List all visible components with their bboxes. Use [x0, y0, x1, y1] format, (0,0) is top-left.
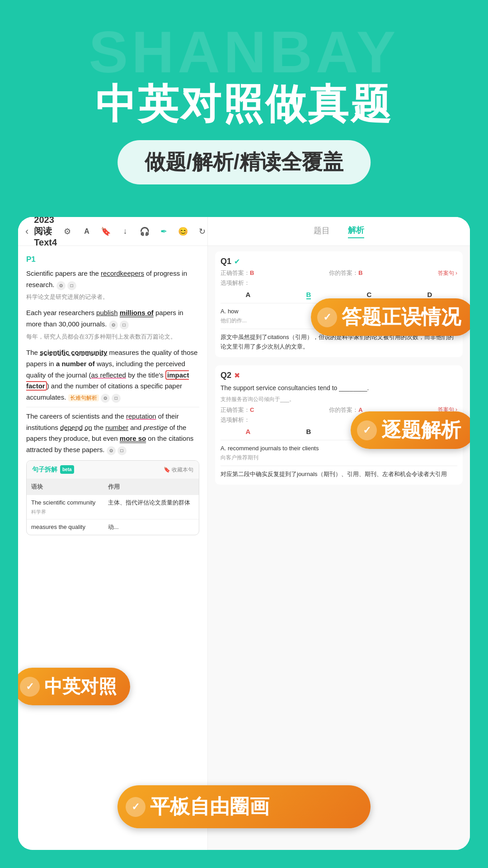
q2-opt-a-label: A [246, 428, 251, 435]
bookmark-icon[interactable]: 🔖 [99, 224, 113, 239]
q1-status-icon: ✔ [234, 257, 240, 266]
tab-question[interactable]: 题目 [314, 225, 330, 238]
para-icon-3b[interactable]: □ [112, 394, 121, 403]
para-cn-2: 每年，研究人员都会在3万多种期刊上发表数百万篇论文。 [26, 332, 199, 342]
chunk-1-role: 主体、指代评估论文质量的群体 [103, 495, 199, 519]
audio-icon[interactable]: 🎧 [137, 224, 151, 239]
para-icon-copy[interactable]: ⊙ [56, 281, 66, 290]
right-content: Q1 ✔ 正确答案：B 你的答案：B 答案句 › 选项解析： A B [208, 246, 470, 498]
para-en-3: The scientific community measures the qu… [26, 347, 199, 403]
breakdown-col1-header: 语块 [27, 479, 103, 495]
float-check-icon-2: ✓ [357, 420, 377, 440]
q2-header: Q2 ✖ [221, 371, 457, 380]
breakdown-row-2: measures the quality 动... [27, 519, 199, 535]
q1-opt-a-label: A [246, 291, 251, 298]
para-en-careers: The careers of scientists and the reputa… [26, 411, 199, 456]
subtitle-pill: 做题/解析/精读全覆盖 [117, 140, 371, 184]
breakdown-save-btn[interactable]: 🔖 收藏本句 [164, 465, 193, 474]
breakdown-table: 语块 作用 The scientific community 科学界 主体、指代… [27, 479, 199, 535]
sentence-breakdown-box: 句子拆解 beta 🔖 收藏本句 语块 作用 [26, 460, 199, 535]
breakdown-title: 句子拆解 beta [32, 464, 74, 475]
beta-badge: beta [60, 465, 74, 474]
q1-your-label: 你的答案：B [329, 269, 362, 277]
para-icon-c1[interactable]: ⊙ [107, 446, 116, 455]
q1-opt-a[interactable]: A [246, 291, 251, 299]
q1-correct-label: 正确答案：B [221, 269, 254, 277]
q2-correct-label: 正确答案：C [221, 406, 254, 414]
tab-analysis[interactable]: 解析 [348, 225, 364, 238]
card-topbar: ‹ 2023 阅读 Text4 ⚙ A 🔖 ↓ 🎧 ✒ 😊 ↻ 清除 ▦ ⤢ [18, 217, 207, 246]
q1-opt-b[interactable]: B [306, 291, 311, 299]
chunk-2-en: measures the quality [27, 519, 103, 535]
brand-watermark: SHANBAY [89, 18, 399, 86]
q2-analysis-text: 对应第二段中确实反复提到了journals（期刊）、引用、期刊、左者和机会令读者… [221, 470, 457, 479]
breakdown-header: 句子拆解 beta 🔖 收藏本句 [27, 461, 199, 479]
para-icon-share2[interactable]: □ [120, 321, 129, 330]
float-label-cn-contrast: ✓ 中英对照 [18, 668, 130, 705]
float-label-analysis: ✓ 逐题解析 [351, 411, 470, 449]
document-title: 2023 阅读 Text4 [34, 217, 57, 248]
ai-icon[interactable]: A [80, 224, 94, 239]
main-card: ‹ 2023 阅读 Text4 ⚙ A 🔖 ↓ 🎧 ✒ 😊 ↻ 清除 ▦ ⤢ P… [18, 217, 470, 850]
float-label-2-text: 逐题解析 [381, 417, 461, 443]
para-en-2: Each year researchers publish millions o… [26, 307, 199, 330]
para-icon-share[interactable]: □ [67, 281, 76, 290]
main-title: 中英对照做真题 [0, 77, 488, 132]
reading-content: P1 Scientific papers are the recordkeepe… [18, 246, 207, 547]
float-label-4-text: 中英对照 [44, 674, 117, 699]
q1-opt-d-label: D [427, 291, 432, 298]
highlight-long-sentence[interactable]: 长难句解析 [68, 394, 99, 401]
q1-analysis-label: 选项解析： [221, 279, 457, 287]
breakdown-col2-header: 作用 [103, 479, 199, 495]
q1-num: Q1 [221, 257, 231, 266]
para-label-p1: P1 [26, 253, 199, 266]
q1-opt-b-label: B [306, 291, 311, 299]
q2-opt-b[interactable]: B [306, 428, 311, 436]
chunk-1-en: The scientific community [31, 498, 99, 508]
q2-question-text: The support service consultancies tend t… [221, 383, 457, 393]
float-label-drawing: ✓ 平板自由圈画 [117, 785, 371, 828]
right-topbar: 题目 解析 [208, 217, 470, 246]
float-label-answer-status: ✓ 答题正误情况 [311, 298, 470, 336]
emoji-icon[interactable]: 😊 [176, 224, 190, 239]
back-button[interactable]: ‹ [25, 226, 28, 237]
q2-question-cn: 支持服务咨询公司倾向于___。 [221, 396, 457, 403]
q1-opt-c-label: C [367, 291, 372, 298]
chunk-2-role: 动... [103, 519, 199, 535]
q2-opt-b-label: B [306, 428, 311, 435]
para-cn-1: 科学论文是研究进展的记录者。 [26, 292, 199, 302]
left-reading-panel: ‹ 2023 阅读 Text4 ⚙ A 🔖 ↓ 🎧 ✒ 😊 ↻ 清除 ▦ ⤢ P… [18, 217, 208, 850]
float-label-3-text: 平板自由圈画 [150, 793, 269, 820]
pen-icon[interactable]: ✒ [157, 224, 171, 239]
para-icon-copy2[interactable]: ⊙ [109, 321, 118, 330]
para-en-1: Scientific papers are the recordkeepers … [26, 268, 199, 291]
q1-answer-row: 正确答案：B 你的答案：B 答案句 › [221, 269, 457, 277]
q2-choice-a-cn: 向客户推荐期刊 [221, 453, 457, 462]
float-check-icon-4: ✓ [20, 677, 40, 697]
settings-icon[interactable]: ⚙ [61, 224, 75, 239]
topbar-icons: ⚙ A 🔖 ↓ 🎧 ✒ 😊 ↻ 清除 ▦ ⤢ [61, 222, 208, 241]
q1-header: Q1 ✔ [221, 257, 457, 266]
chunk-1-cn: 科学界 [31, 508, 99, 516]
q2-status-icon: ✖ [234, 371, 240, 380]
q1-answer-link[interactable]: 答案句 › [438, 269, 457, 277]
breakdown-row-1: The scientific community 科学界 主体、指代评估论文质量… [27, 495, 199, 519]
q2-opt-a[interactable]: A [246, 428, 251, 436]
float-check-icon-3: ✓ [126, 797, 145, 817]
float-check-icon-1: ✓ [317, 307, 337, 327]
rotate-icon[interactable]: ↻ [195, 224, 208, 239]
q2-your-label: 你的答案：A [329, 406, 362, 414]
float-label-1-text: 答题正误情况 [342, 304, 461, 330]
para-icon-c2[interactable]: □ [117, 446, 127, 455]
para-icon-3[interactable]: ⊙ [101, 394, 110, 403]
q2-num: Q2 [221, 371, 231, 380]
download-icon[interactable]: ↓ [118, 224, 132, 239]
